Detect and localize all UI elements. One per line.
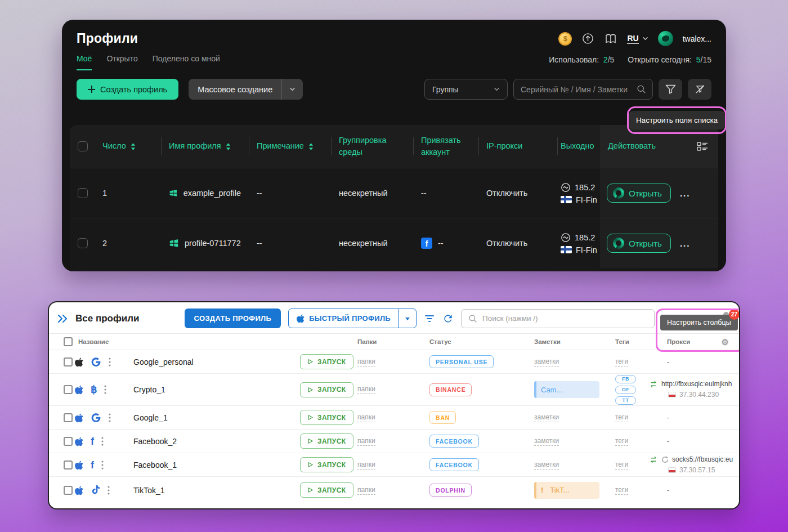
filter-button[interactable] (659, 79, 682, 100)
note-chip[interactable]: Cam... (534, 381, 599, 398)
open-profile-button[interactable]: Открыть (607, 234, 671, 253)
profile-name[interactable]: example_profile (183, 189, 241, 198)
row-checkbox[interactable] (78, 238, 88, 248)
proxy-info[interactable]: http://fbxusqic:eulmjknh 37.30.44.230 (649, 379, 732, 400)
profile-name[interactable]: Facebook_2 (126, 437, 292, 446)
sort-icon[interactable] (226, 143, 231, 150)
folders-link[interactable]: папки (357, 461, 375, 470)
row-checkbox[interactable] (78, 188, 88, 198)
language-switcher[interactable]: RU (627, 34, 648, 44)
status-badge[interactable]: PERSONAL USE (429, 355, 494, 368)
column-header-proxy[interactable]: IP-прокси (478, 125, 557, 168)
quick-profile-button[interactable]: БЫСТРЫЙ ПРОФИЛЬ (288, 309, 417, 328)
column-header-status[interactable]: Статус (422, 338, 526, 345)
tab-open[interactable]: Открыто (106, 54, 137, 70)
row-checkbox[interactable] (64, 413, 73, 422)
column-header-name[interactable]: Имя профиля (161, 125, 249, 168)
proxy-info[interactable]: socks5://fbxusqic:eu 37.30.57.15 (649, 454, 733, 475)
create-profile-button[interactable]: СОЗДАТЬ ПРОФИЛЬ (185, 309, 281, 328)
column-header-name[interactable]: Название (73, 338, 292, 345)
row-checkbox[interactable] (64, 461, 73, 470)
status-badge[interactable]: BINANCE (429, 383, 472, 396)
launch-button[interactable]: ЗАПУСК (300, 433, 353, 449)
tags-link[interactable]: теги (615, 461, 628, 470)
create-profile-button[interactable]: Создать профиль (77, 79, 178, 100)
row-checkbox[interactable] (64, 486, 73, 495)
collapse-sidebar-icon[interactable] (57, 314, 68, 323)
status-badge[interactable]: FACEBOOK (429, 435, 479, 448)
column-header-account[interactable]: Привязать аккаунт (413, 125, 478, 168)
row-more-button[interactable]: ... (680, 239, 691, 248)
profile-name[interactable]: Crypto_1 (126, 385, 292, 394)
kebab-menu-icon[interactable] (101, 437, 104, 446)
column-header-note[interactable]: Примечание (249, 125, 331, 168)
select-all-checkbox[interactable] (64, 337, 73, 346)
notes-link[interactable]: заметки (534, 413, 559, 422)
status-badge[interactable]: FACEBOOK (429, 458, 479, 471)
status-badge[interactable]: DOLPHIN (429, 484, 472, 497)
tags-link[interactable]: теги (615, 413, 628, 422)
tags-link[interactable]: теги (615, 357, 628, 366)
sort-icon[interactable] (131, 143, 136, 150)
docs-book-icon[interactable] (604, 33, 617, 44)
profiles-search-input[interactable] (521, 85, 633, 94)
tab-mine[interactable]: Моё (77, 54, 92, 70)
launch-button[interactable]: ЗАПУСК (300, 354, 353, 369)
kebab-menu-icon[interactable] (104, 385, 106, 394)
launch-button[interactable]: ЗАПУСК (300, 457, 353, 472)
column-header-tags[interactable]: Теги (607, 338, 659, 345)
username[interactable]: twalex... (683, 34, 711, 43)
column-header-folders[interactable]: Папки (350, 338, 422, 345)
select-all-checkbox[interactable] (78, 141, 88, 151)
column-header-exit-ip[interactable]: Выходно (557, 125, 600, 168)
row-checkbox[interactable] (64, 357, 73, 366)
bulk-create-dropdown[interactable] (281, 79, 303, 100)
open-profile-button[interactable]: Открыть (607, 184, 671, 203)
status-badge[interactable]: BAN (429, 411, 456, 424)
gear-icon[interactable]: ⚙ (722, 338, 729, 346)
tags-link[interactable]: теги (615, 437, 628, 446)
folders-link[interactable]: папки (357, 357, 375, 366)
tab-shared[interactable]: Поделено со мной (153, 54, 220, 70)
sort-icon[interactable] (308, 143, 314, 150)
note-chip[interactable]: ! TikT... (534, 482, 599, 499)
refresh-icon[interactable] (442, 313, 454, 324)
tag-chip[interactable]: FB (615, 375, 636, 383)
folders-link[interactable]: папки (357, 385, 375, 394)
folders-link[interactable]: папки (357, 486, 375, 495)
column-header-notes[interactable]: Заметки (526, 338, 607, 345)
profile-name[interactable]: Facebook_1 (126, 461, 292, 470)
quick-profile-dropdown[interactable] (399, 309, 416, 328)
notes-link[interactable]: заметки (534, 461, 559, 470)
kebab-menu-icon[interactable] (109, 357, 111, 366)
column-header-number[interactable]: Число (95, 125, 161, 168)
profile-name[interactable]: Google_1 (126, 413, 292, 422)
row-more-button[interactable]: ... (680, 189, 691, 198)
tags-list[interactable]: FB OF TT (615, 375, 636, 405)
balance-coin-icon[interactable]: $ (558, 32, 572, 46)
clear-filters-button[interactable] (688, 79, 711, 100)
tags-link[interactable]: теги (615, 486, 628, 495)
avatar[interactable] (658, 31, 673, 46)
notes-link[interactable]: заметки (534, 437, 559, 446)
filter-list-icon[interactable] (424, 314, 435, 323)
column-settings-icon[interactable] (697, 142, 708, 151)
launch-button[interactable]: ЗАПУСК (300, 482, 353, 498)
kebab-menu-icon[interactable] (108, 486, 110, 495)
launch-button[interactable]: ЗАПУСК (300, 382, 353, 397)
profile-name[interactable]: Google_personal (126, 357, 292, 366)
launch-button[interactable]: ЗАПУСК (300, 410, 353, 425)
profile-name[interactable]: TikTok_1 (126, 486, 292, 495)
bulk-create-button[interactable]: Массовое создание (189, 79, 303, 100)
column-header-proxy[interactable]: Прокси (667, 338, 690, 345)
kebab-menu-icon[interactable] (101, 461, 104, 470)
folders-link[interactable]: папки (357, 413, 375, 422)
folders-link[interactable]: папки (357, 437, 375, 446)
profiles-search-input[interactable] (482, 314, 647, 323)
notes-link[interactable]: заметки (534, 357, 559, 366)
tag-chip[interactable]: OF (615, 386, 636, 394)
profile-name[interactable]: profile-0711772 (185, 239, 241, 248)
row-checkbox[interactable] (64, 437, 73, 446)
groups-select[interactable]: Группы (424, 79, 508, 100)
top-up-icon[interactable] (581, 32, 594, 45)
